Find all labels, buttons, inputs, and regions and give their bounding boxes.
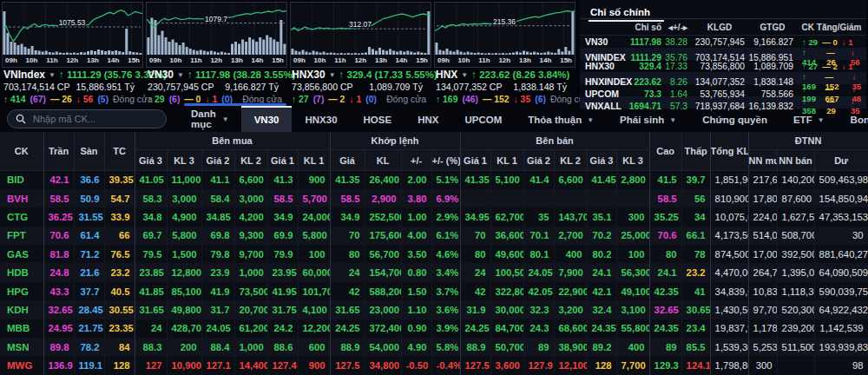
cell-MWG-3: 128 — [104, 356, 135, 374]
cell-HPG-0: HPG — [0, 282, 43, 300]
table-row-CTG[interactable]: CTG36.2531.5533.934.84,90034.854,20034.9… — [0, 207, 868, 226]
table-row-MSN[interactable]: MSN89.878.28488.320088.41,00088.660088.9… — [0, 338, 868, 356]
indices-row-HNXINDEX[interactable]: HNXINDEX223.628.26134,077,3521,838.148↑ … — [580, 72, 866, 84]
chevron-down-icon[interactable]: ▼ — [49, 69, 56, 82]
col-floor: Sàn — [74, 132, 104, 171]
sub-foreign-2: Dư — [814, 150, 868, 171]
indices-panel-tab[interactable]: Chỉ số chính — [580, 2, 866, 19]
horizontal-scrollbar-thumb[interactable] — [184, 103, 286, 106]
tab-thỏa-thuận[interactable]: Thỏa thuận▼ — [515, 106, 607, 132]
total-value: 1,089.709 Tỷ — [369, 82, 423, 94]
table-row-MWG[interactable]: MWG136.9119.112812710,900127.114,400127.… — [0, 356, 868, 374]
search-input[interactable] — [31, 113, 158, 125]
indices-row-VN30[interactable]: VN301117.9838.28230,757,9459,166.827↑ 29… — [580, 36, 866, 48]
cell-BVH-4: 58.3 — [135, 189, 167, 207]
tab-upcom[interactable]: UPCOM — [451, 106, 515, 132]
index-volumes: 73,856,800 CP1,089.709 Tỷ — [292, 82, 430, 94]
index-value: 73.3 — [627, 89, 665, 99]
cell-GAS-3: 76.5 — [104, 245, 135, 263]
cell-MSN-17: 38,900 — [554, 338, 587, 356]
cell-MBB-4: 24 — [135, 319, 167, 338]
indices-row-VNINDEX[interactable]: VNINDEX1111.2935.76703,174,51415,886.951… — [580, 48, 866, 60]
chevron-down-icon[interactable]: ▼ — [461, 69, 468, 82]
table-row-MBB[interactable]: MBB24.9521.7523.3524428,70024.0561,20024… — [0, 319, 868, 338]
table-row-HPG[interactable]: HPG43.337.740.541.8585,10041.973,50041.9… — [0, 282, 868, 300]
chevron-down-icon[interactable]: ▼ — [329, 69, 336, 82]
indices-header-1[interactable]: Chỉ số — [627, 23, 665, 32]
indices-header-2: ◂+/-▸ — [665, 23, 691, 32]
price-board-header: CKTrầnSànTCBên muaKhớp lệnhBên bánCaoThấ… — [0, 132, 868, 171]
table-row-BVH[interactable]: BVH58.550.954.758.33,00058.43,00058.55,7… — [0, 189, 868, 207]
search-box[interactable] — [7, 109, 167, 128]
total-shares: 134,077,352 CP — [436, 82, 503, 94]
tab-bond[interactable]: Bond — [838, 106, 868, 132]
decliners-floor-count: (6) — [535, 94, 546, 106]
cell-MBB-6: 24.05 — [201, 319, 234, 338]
cell-FPT-13: 6.1% — [431, 227, 460, 245]
indices-header-3: KLGD — [691, 23, 748, 32]
cell-BVH-8: 58.5 — [267, 189, 298, 207]
tab-chứng-quyền[interactable]: Chứng quyền — [689, 106, 780, 132]
sub-bid-0: Giá 3 — [135, 150, 167, 171]
time-tick: 13h — [375, 55, 387, 66]
tab-hnx[interactable]: HNX — [404, 106, 451, 132]
time-axis: 09h10h11h12h13h14h15h — [435, 55, 575, 66]
cell-FPT-1: 70.6 — [43, 227, 74, 245]
chevron-down-icon: ▼ — [587, 116, 594, 124]
tab-label: Bond — [851, 115, 868, 125]
cell-MWG-4: 127 — [135, 356, 167, 374]
price-sparkline: 1075.53 — [3, 3, 142, 55]
table-row-GAS[interactable]: GAS81.871.276.579.51,50079.89,70079.9100… — [0, 245, 868, 263]
sub-bid-3: KL 2 — [234, 150, 267, 171]
cell-MBB-25: 1,142,539 — [814, 319, 868, 338]
cell-FPT-10: 70 — [330, 227, 365, 245]
table-row-HDB[interactable]: HDB24.821.623.223.8512,80023.91,00023.95… — [0, 263, 868, 281]
cell-FPT-15: 36,600 — [490, 227, 523, 245]
cell-MWG-16: 127.9 — [523, 356, 554, 374]
table-row-FPT[interactable]: FPT70.661.46669.75,80069.89,30069.95,800… — [0, 227, 868, 245]
cell-FPT-0: FPT — [0, 227, 43, 245]
cell-MWG-19: 7,700 — [616, 356, 649, 374]
cell-CTG-13: 2.9% — [431, 207, 460, 226]
index-klgd: 230,757,945 — [691, 37, 748, 47]
cell-KDH-19: 3,100 — [616, 300, 649, 319]
chevron-down-icon: ▼ — [669, 116, 676, 124]
cell-BID-21: 39.7 — [681, 171, 710, 189]
sub-bid-1: KL 3 — [167, 150, 201, 171]
cell-FPT-17: 2,700 — [554, 227, 587, 245]
watchlist-menu-button[interactable]: Danh mục ▼ — [191, 109, 229, 129]
cell-GAS-10: 80 — [330, 245, 365, 263]
cell-HPG-9: 101,700 — [298, 282, 330, 300]
tab-vn30[interactable]: VN30 — [241, 106, 293, 132]
cell-MSN-14: 88.9 — [460, 338, 490, 356]
cell-HPG-5: 85,100 — [167, 282, 201, 300]
tab-hose[interactable]: HOSE — [351, 106, 405, 132]
cell-KDH-7: 20,700 — [234, 300, 267, 319]
cell-MBB-7: 61,200 — [234, 319, 267, 338]
cell-BID-5: 11,000 — [167, 171, 201, 189]
chevron-down-icon[interactable]: ▼ — [177, 69, 184, 82]
index-value: 329.4 — [627, 62, 665, 71]
cell-GAS-11: 56,700 — [365, 245, 401, 263]
cell-BID-3: 39.35 — [104, 171, 135, 189]
cell-GAS-23: 17,000 — [748, 245, 777, 263]
table-row-KDH[interactable]: KDH32.6528.4530.5531.6549,80031.720,7003… — [0, 300, 868, 319]
cell-FPT-5: 5,800 — [167, 227, 201, 245]
tab-hnx30[interactable]: HNX30 — [292, 106, 350, 132]
index-change: 1.64 — [665, 89, 691, 99]
indices-panel-title: Chỉ số chính — [589, 7, 664, 22]
tab-phái-sinh[interactable]: Phái sinh▼ — [607, 106, 689, 132]
cell-FPT-22: 4,173,500 — [710, 227, 748, 245]
indices-row-HNX30[interactable]: HNX30329.417.3373,856,8001,089.709↑ 27— … — [580, 60, 866, 72]
unchanged-count: — 26 — [50, 94, 72, 106]
tab-etf[interactable]: ETF▼ — [780, 106, 838, 132]
cell-MSN-11: 54,000 — [365, 338, 401, 356]
index-name: VN30 — [580, 36, 627, 47]
cell-GAS-15: 49,600 — [490, 245, 523, 263]
table-row-BID[interactable]: BID42.136.639.3541.0511,00041.16,60041.3… — [0, 171, 868, 189]
cell-BID-6: 41.1 — [201, 171, 234, 189]
cell-MWG-8: 127.4 — [267, 356, 298, 374]
total-shares: 73,856,800 CP — [292, 82, 353, 94]
time-tick: 13h — [87, 55, 99, 66]
index-volumes: 230,757,945 CP9,166.827 Tỷ — [148, 82, 286, 94]
